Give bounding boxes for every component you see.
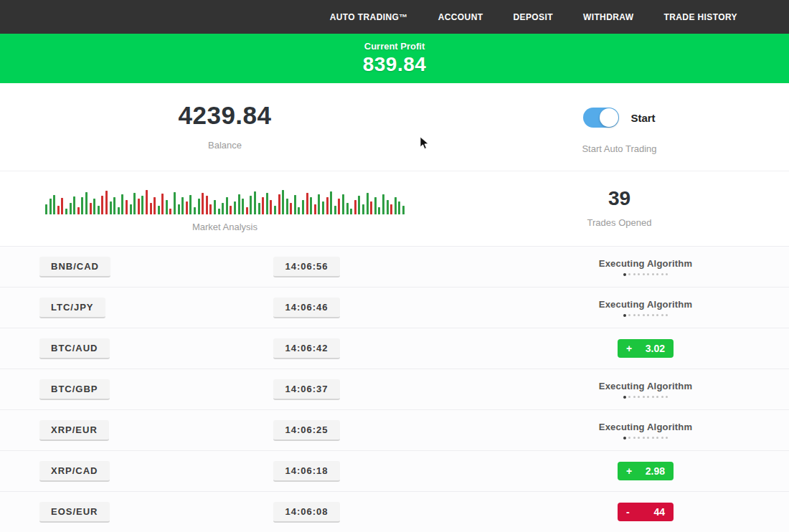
toggle-knob [600,108,618,127]
table-row: XRP/EUR 14:06:25 Executing Algorithm [0,409,789,450]
pair-badge: BTC/GBP [39,379,110,400]
progress-dots [623,437,668,440]
nav-item-withdraw[interactable]: WITHDRAW [583,12,634,22]
status-label: Executing Algorithm [599,258,692,269]
status-label: Executing Algorithm [599,422,692,432]
pair-badge: XRP/EUR [39,420,109,441]
status-label: Executing Algorithm [599,299,692,310]
trades-opened-value: 39 [608,187,630,210]
auto-trading-toggle[interactable] [583,108,619,128]
pair-badge: EOS/EUR [39,502,110,523]
loss-badge: - 44 [618,503,674,521]
pair-badge: BNB/CAD [39,257,110,277]
table-row: LTC/JPY 14:06:46 Executing Algorithm [0,287,789,328]
time-badge: 14:06:25 [273,420,339,441]
toggle-label: Start [630,112,655,124]
profit-badge: + 2.98 [618,462,674,480]
nav-item-account[interactable]: ACCOUNT [438,12,483,22]
pair-badge: LTC/JPY [39,298,105,318]
current-profit-label: Current Profit [364,41,425,52]
profit-value: 3.02 [646,343,665,354]
table-row: XRP/CAD 14:06:18 + 2.98 [0,450,789,491]
profit-value: 2.98 [646,465,665,477]
nav-item-deposit[interactable]: DEPOSIT [513,12,552,22]
loss-value: 44 [653,506,665,518]
status-label: Executing Algorithm [599,381,692,391]
market-section: Market Analysis 39 Trades Opened [0,171,789,246]
table-row: BTC/GBP 14:06:37 Executing Algorithm [0,369,789,409]
auto-trading-label: Start Auto Trading [582,143,656,154]
time-badge: 14:06:56 [273,257,339,277]
market-analysis-chart [45,187,405,214]
profit-sign: + [626,465,632,477]
top-navbar: AUTO TRADING™ ACCOUNT DEPOSIT WITHDRAW T… [0,0,789,34]
balance-section: 4239.84 Balance Start Start Auto Trading [0,83,789,171]
time-badge: 14:06:42 [273,338,339,359]
balance-label: Balance [208,140,242,151]
time-badge: 14:06:18 [273,461,339,482]
table-row: BTC/AUD 14:06:42 + 3.02 [0,328,789,369]
balance-value: 4239.84 [178,102,271,130]
progress-dots [623,314,668,317]
profit-sign: + [626,343,632,354]
market-analysis-label: Market Analysis [192,222,258,232]
trades-table: BNB/CAD 14:06:56 Executing Algorithm LTC… [0,246,789,532]
time-badge: 14:06:46 [273,298,339,318]
nav-item-auto-trading[interactable]: AUTO TRADING™ [330,12,408,22]
trades-opened-label: Trades Opened [587,217,652,228]
pair-badge: BTC/AUD [39,338,110,359]
progress-dots [623,273,668,276]
table-row: EOS/EUR 14:06:08 - 44 [0,491,789,532]
profit-badge: + 3.02 [618,339,674,358]
pair-badge: XRP/CAD [39,461,110,482]
nav-item-trade-history[interactable]: TRADE HISTORY [663,12,737,22]
current-profit-banner: Current Profit 839.84 [0,34,789,83]
progress-dots [623,396,668,399]
table-row: BNB/CAD 14:06:56 Executing Algorithm [0,246,789,287]
time-badge: 14:06:37 [273,379,339,400]
loss-sign: - [626,506,630,518]
time-badge: 14:06:08 [273,502,339,523]
current-profit-value: 839.84 [363,53,427,76]
